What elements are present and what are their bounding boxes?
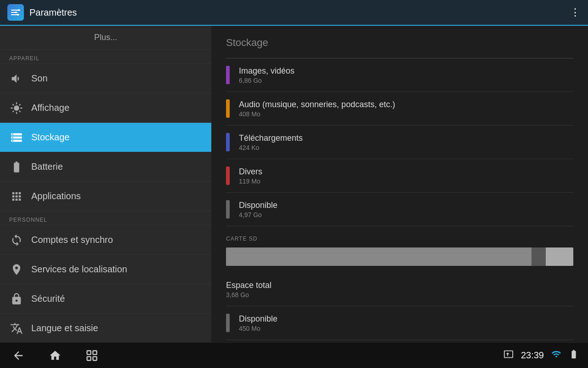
back-button[interactable]	[9, 346, 28, 365]
sidebar-item-batterie-label: Batterie	[31, 161, 63, 172]
sidebar-item-affichage-label: Affichage	[31, 103, 69, 113]
battery-icon	[9, 160, 24, 174]
sidebar-item-applications[interactable]: Applications	[0, 182, 211, 211]
sidebar-item-batterie[interactable]: Batterie	[0, 152, 211, 182]
sidebar-item-comptes-label: Comptes et synchro	[31, 235, 113, 245]
svg-point-3	[18, 9, 20, 11]
sd-bar	[226, 247, 573, 266]
carte-sd-header: CARTE SD	[226, 236, 573, 242]
sidebar-item-langue[interactable]: Langue et saisie	[0, 314, 211, 343]
sidebar-item-comptes[interactable]: Comptes et synchro	[0, 225, 211, 255]
espace-total-info: Espace total 3,68 Go	[226, 281, 573, 299]
sidebar-item-son-label: Son	[31, 73, 48, 84]
svg-rect-8	[87, 356, 91, 360]
espace-total-name: Espace total	[226, 281, 573, 290]
battery-status-icon	[569, 349, 579, 362]
telechargements-size: 424 Ko	[239, 144, 573, 151]
divers-color-bar	[226, 167, 230, 185]
storage-icon	[9, 130, 24, 145]
images-name: Images, vidéos	[239, 66, 573, 76]
menu-icon[interactable]: ⋮	[570, 6, 581, 18]
storage-list: Images, vidéos 6,86 Go Audio (musique, s…	[226, 58, 573, 226]
storage-item-audio[interactable]: Audio (musique, sonneries, podcasts, etc…	[226, 92, 573, 126]
disponible-sd-size: 450 Mo	[239, 325, 573, 332]
storage-item-disponible-sd[interactable]: Disponible 450 Mo	[226, 306, 573, 340]
language-icon	[9, 321, 24, 336]
disponible-name: Disponible	[239, 201, 573, 210]
bottom-bar: 23:39	[0, 342, 588, 368]
screenshot-status-icon	[503, 349, 514, 362]
disponible-sd-name: Disponible	[239, 314, 573, 324]
divers-info: Divers 119 Mo	[239, 167, 573, 185]
sidebar-item-applications-label: Applications	[31, 191, 81, 201]
sidebar-item-securite[interactable]: Sécurité	[0, 284, 211, 314]
disponible-info: Disponible 4,97 Go	[239, 201, 573, 218]
section-personnel: PERSONNEL	[0, 211, 211, 225]
disponible-color-bar	[226, 200, 230, 218]
disponible-sd-color-bar	[226, 314, 230, 332]
sidebar-more[interactable]: Plus...	[0, 26, 211, 50]
divers-size: 119 Mo	[239, 178, 573, 185]
lock-icon	[9, 292, 24, 306]
espace-total-size: 3,68 Go	[226, 291, 573, 299]
svg-rect-7	[93, 351, 96, 354]
content-panel: Stockage Images, vidéos 6,86 Go Audio (m…	[211, 26, 588, 368]
audio-color-bar	[226, 99, 230, 118]
disponible-sd-info: Disponible 450 Mo	[239, 314, 573, 332]
location-icon	[9, 262, 24, 277]
app-icon	[7, 4, 24, 21]
storage-item-telechargements[interactable]: Téléchargements 424 Ko	[226, 126, 573, 159]
svg-point-5	[17, 14, 19, 16]
home-button[interactable]	[46, 346, 64, 365]
apps-icon	[9, 189, 24, 204]
storage-item-images[interactable]: Images, vidéos 6,86 Go	[226, 58, 573, 92]
storage-item-disponible[interactable]: Disponible 4,97 Go	[226, 193, 573, 226]
sound-icon	[9, 71, 24, 86]
status-time: 23:39	[521, 350, 544, 361]
bottom-nav-left	[9, 346, 101, 365]
topbar: Paramètres ⋮	[0, 0, 588, 26]
main-layout: Plus... APPAREIL Son Affichage	[0, 26, 588, 368]
section-appareil: APPAREIL	[0, 50, 211, 64]
svg-point-4	[15, 12, 17, 13]
sd-bar-used	[226, 247, 531, 266]
sidebar-item-langue-label: Langue et saisie	[31, 323, 98, 334]
sidebar-item-stockage-label: Stockage	[31, 132, 69, 143]
images-color-bar	[226, 66, 230, 84]
topbar-left: Paramètres	[7, 4, 77, 21]
sidebar-item-stockage[interactable]: Stockage	[0, 123, 211, 152]
disponible-size: 4,97 Go	[239, 211, 573, 218]
telechargements-name: Téléchargements	[239, 133, 573, 143]
sidebar-item-securite-label: Sécurité	[31, 293, 65, 304]
sidebar-item-son[interactable]: Son	[0, 64, 211, 93]
audio-info: Audio (musique, sonneries, podcasts, etc…	[239, 100, 573, 118]
storage-item-espace-total[interactable]: Espace total 3,68 Go	[226, 273, 573, 306]
telechargements-color-bar	[226, 133, 230, 151]
brightness-icon	[9, 101, 24, 115]
audio-size: 408 Mo	[239, 110, 573, 118]
svg-rect-6	[87, 351, 91, 354]
wifi-status-icon	[551, 349, 561, 362]
sync-icon	[9, 233, 24, 247]
telechargements-info: Téléchargements 424 Ko	[239, 133, 573, 151]
sd-bar-free	[546, 247, 573, 266]
bottom-nav-right: 23:39	[503, 349, 579, 362]
svg-rect-9	[93, 356, 96, 360]
sidebar-item-affichage[interactable]: Affichage	[0, 93, 211, 123]
sidebar: Plus... APPAREIL Son Affichage	[0, 26, 211, 368]
recent-apps-button[interactable]	[83, 346, 101, 365]
content-title: Stockage	[226, 37, 573, 49]
images-info: Images, vidéos 6,86 Go	[239, 66, 573, 84]
divers-name: Divers	[239, 167, 573, 177]
sidebar-item-localisation-label: Services de localisation	[31, 264, 127, 275]
sidebar-item-localisation[interactable]: Services de localisation	[0, 255, 211, 284]
storage-item-divers[interactable]: Divers 119 Mo	[226, 159, 573, 193]
images-size: 6,86 Go	[239, 77, 573, 84]
audio-name: Audio (musique, sonneries, podcasts, etc…	[239, 100, 573, 109]
topbar-title: Paramètres	[29, 7, 77, 18]
